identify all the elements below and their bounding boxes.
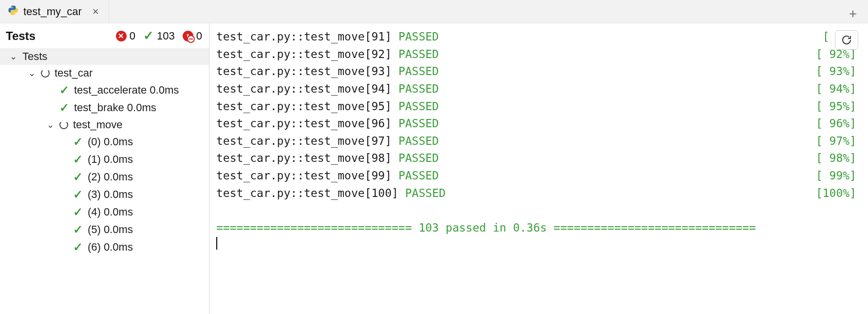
fail-icon: ✕	[116, 31, 127, 41]
check-icon: ✓	[73, 153, 83, 166]
console-line-text: test_car.py::test_move[99] PASSED	[216, 167, 439, 185]
test-label: (4) 0.0ms	[88, 206, 133, 218]
tree-item-test-move-param[interactable]: ✓(5) 0.0ms	[0, 221, 209, 238]
passed-count[interactable]: ✓ 103	[143, 28, 175, 43]
console-line-pct: [ 99%]	[812, 167, 856, 185]
ignored-count-value: 0	[196, 30, 202, 42]
console-line: test_car.py::test_move[100] PASSED[100%]	[216, 185, 856, 202]
test-label: (6) 0.0ms	[88, 241, 133, 254]
test-label: (2) 0.0ms	[88, 171, 133, 183]
console-line: test_car.py::test_move[97] PASSED[ 97%]	[216, 133, 856, 150]
tab-test-my-car[interactable]: test_my_car ×	[0, 0, 109, 23]
python-icon	[8, 5, 19, 18]
tree-item-test-move-param[interactable]: ✓(0) 0.0ms	[0, 133, 209, 151]
check-icon: ✓	[73, 188, 83, 201]
tree-item-test-move[interactable]: ⌄ test_move	[0, 117, 209, 133]
reload-button[interactable]	[835, 30, 858, 50]
running-icon	[59, 120, 68, 129]
console-line-pct: [100%]	[812, 185, 856, 202]
test-label: (5) 0.0ms	[88, 223, 133, 236]
chevron-down-icon[interactable]: ⌄	[47, 119, 55, 130]
check-icon: ✓	[59, 101, 69, 115]
console-line: test_car.py::test_move[95] PASSED[ 95%]	[216, 98, 856, 116]
test-label: (3) 0.0ms	[88, 188, 133, 201]
console-line: test_car.py::test_move[91] PASSED[	[216, 28, 856, 46]
console-line-text: test_car.py::test_move[93] PASSED	[216, 63, 439, 80]
main-area: Tests ✕ 0 ✓ 103 t 0 ⌄ Tests	[0, 23, 868, 314]
console-summary: ============================= 103 passed…	[216, 219, 856, 237]
tab-close-icon[interactable]: ×	[91, 4, 101, 19]
cursor	[216, 237, 217, 250]
suite-label: test_car	[55, 67, 93, 79]
console-line-pct: [ 95%]	[812, 98, 856, 116]
console-line-text: test_car.py::test_move[94] PASSED	[216, 80, 439, 98]
console-line-text: test_car.py::test_move[91] PASSED	[216, 28, 439, 46]
console-line-pct: [ 94%]	[812, 80, 856, 98]
console-line: test_car.py::test_move[94] PASSED[ 94%]	[216, 80, 856, 98]
console-line-text: test_car.py::test_move[97] PASSED	[216, 133, 439, 150]
check-icon: ✓	[73, 223, 83, 236]
test-label: (0) 0.0ms	[88, 136, 133, 148]
tree-item-test-brake[interactable]: ✓ test_brake 0.0ms	[0, 99, 209, 117]
check-icon: ✓	[73, 170, 83, 184]
new-tab-button[interactable]: ＋	[847, 5, 859, 22]
tree-item-test-move-param[interactable]: ✓(6) 0.0ms	[0, 238, 209, 256]
console-line: test_car.py::test_move[99] PASSED[ 99%]	[216, 167, 856, 185]
console-line: test_car.py::test_move[98] PASSED[ 98%]	[216, 150, 856, 167]
tree-item-test-move-param[interactable]: ✓(1) 0.0ms	[0, 151, 209, 168]
ignored-icon: t	[183, 31, 193, 41]
tab-bar: test_my_car × ＋	[0, 0, 868, 23]
check-icon: ✓	[143, 28, 154, 43]
tests-sidebar: Tests ✕ 0 ✓ 103 t 0 ⌄ Tests	[0, 23, 209, 314]
test-label: (1) 0.0ms	[88, 153, 133, 166]
console-line: test_car.py::test_move[92] PASSED[ 92%]	[216, 46, 856, 63]
console-line-pct: [ 93%]	[812, 63, 856, 80]
console-line-pct: [ 98%]	[812, 150, 856, 167]
check-icon: ✓	[73, 135, 83, 149]
tab-label: test_my_car	[23, 5, 82, 18]
console-line: test_car.py::test_move[93] PASSED[ 93%]	[216, 63, 856, 80]
tests-tree[interactable]: ⌄ Tests ⌄ test_car ✓ test_accelerate 0.0…	[0, 48, 209, 314]
console-line-pct: [ 96%]	[812, 115, 856, 133]
chevron-down-icon[interactable]: ⌄	[28, 68, 36, 78]
chevron-down-icon[interactable]: ⌄	[10, 51, 18, 62]
tree-suite-test-car[interactable]: ⌄ test_car	[0, 65, 209, 81]
console-line-pct: [ 97%]	[812, 133, 856, 150]
check-icon: ✓	[73, 240, 83, 254]
test-label: test_accelerate 0.0ms	[74, 84, 179, 97]
sidebar-header: Tests ✕ 0 ✓ 103 t 0	[0, 23, 209, 48]
tree-item-test-move-param[interactable]: ✓(2) 0.0ms	[0, 168, 209, 186]
failed-count-value: 0	[130, 30, 135, 42]
tree-root[interactable]: ⌄ Tests	[0, 48, 209, 65]
check-icon: ✓	[73, 205, 83, 219]
test-label: test_move	[73, 118, 123, 131]
tree-item-test-move-param[interactable]: ✓(4) 0.0ms	[0, 203, 209, 221]
passed-count-value: 103	[157, 30, 175, 42]
console-line-text: test_car.py::test_move[96] PASSED	[216, 115, 439, 133]
test-counts: ✕ 0 ✓ 103 t 0	[116, 28, 202, 43]
check-icon: ✓	[59, 83, 69, 97]
failed-count[interactable]: ✕ 0	[116, 30, 135, 42]
console-line-text: test_car.py::test_move[100] PASSED	[216, 185, 446, 202]
console-output[interactable]: test_car.py::test_move[91] PASSED[ test_…	[209, 23, 868, 314]
sidebar-title: Tests	[6, 29, 36, 43]
reload-icon	[841, 34, 852, 46]
console-line-text: test_car.py::test_move[92] PASSED	[216, 46, 439, 63]
tree-root-label: Tests	[22, 50, 47, 63]
ignored-count[interactable]: t 0	[183, 30, 202, 42]
test-label: test_brake 0.0ms	[74, 101, 156, 114]
console-line-text: test_car.py::test_move[95] PASSED	[216, 98, 439, 116]
console-line: test_car.py::test_move[96] PASSED[ 96%]	[216, 115, 856, 133]
console-line-text: test_car.py::test_move[98] PASSED	[216, 150, 439, 167]
tree-item-test-accelerate[interactable]: ✓ test_accelerate 0.0ms	[0, 81, 209, 99]
running-icon	[41, 69, 50, 78]
tree-item-test-move-param[interactable]: ✓(3) 0.0ms	[0, 186, 209, 203]
